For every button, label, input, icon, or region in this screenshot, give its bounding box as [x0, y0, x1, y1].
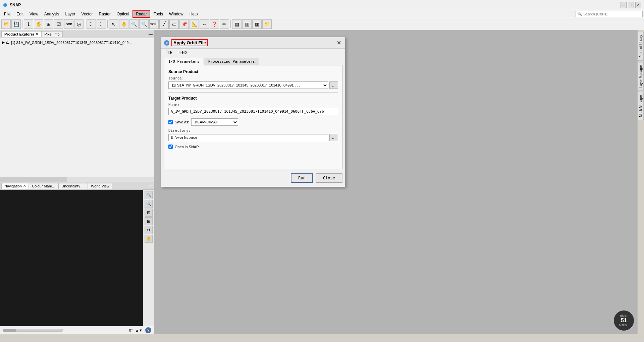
- toolbar-pin[interactable]: 📌: [179, 19, 189, 29]
- tab-product-explorer[interactable]: Product Explorer ✕: [1, 31, 41, 37]
- toolbar-hand[interactable]: ✋: [34, 19, 43, 29]
- tree-item[interactable]: ▶ 🗂 [1] S1A_IW_GRDH_1SDV_20230817T101345…: [1, 40, 153, 45]
- dialog-title-text: Apply Orbit File: [171, 39, 208, 46]
- directory-input[interactable]: [168, 134, 328, 141]
- title-bar-controls: — □ ✕: [621, 2, 641, 8]
- tab-product-explorer-close[interactable]: ✕: [36, 33, 38, 36]
- status-scrollbar[interactable]: [3, 329, 63, 332]
- toolbar-help[interactable]: ❓: [210, 19, 219, 29]
- tab-navigation-label: Navigation: [4, 184, 22, 188]
- toolbar-cursor[interactable]: ↖: [109, 19, 118, 29]
- toolbar-dots1[interactable]: ⁚⁚: [87, 19, 96, 29]
- source-combo[interactable]: [1] S1A_IW_GRDH_1SDV_20230817T101345_202…: [168, 81, 328, 89]
- zoom-actual-btn[interactable]: ⊞: [145, 217, 153, 225]
- toolbar-rect[interactable]: ▭: [169, 19, 179, 29]
- menu-window[interactable]: Window: [166, 11, 186, 17]
- angle-down[interactable]: ▼: [139, 328, 143, 332]
- bottom-tab-minimize[interactable]: —: [149, 183, 153, 188]
- toolbar-info[interactable]: ℹ: [24, 19, 33, 29]
- format-combo[interactable]: BEAM-DIMAP: [191, 118, 238, 126]
- zoom-out-btn[interactable]: 🔍: [145, 200, 153, 208]
- zoom-fit-btn[interactable]: ⊡: [145, 209, 153, 217]
- toolbar-pen[interactable]: ✏: [220, 19, 229, 29]
- toolbar-open[interactable]: 📂: [1, 19, 11, 29]
- toolbar-select[interactable]: ☑: [54, 19, 63, 29]
- run-button[interactable]: Run: [291, 173, 313, 183]
- angle-up[interactable]: ▲: [135, 328, 139, 332]
- tab-navigation[interactable]: Navigation ✕: [1, 183, 29, 189]
- section-divider-1: [168, 92, 338, 93]
- status-scroll: [3, 329, 126, 332]
- product-icon: 🗂: [6, 41, 10, 45]
- menu-optical[interactable]: Optical: [114, 11, 132, 17]
- close-button[interactable]: Close: [316, 173, 342, 183]
- tab-minimize-icon[interactable]: —: [149, 32, 153, 37]
- menu-analysis[interactable]: Analysis: [42, 11, 62, 17]
- toolbar-folder[interactable]: 📁: [262, 19, 272, 29]
- tab-navigation-close[interactable]: ✕: [23, 184, 26, 188]
- menu-vector[interactable]: Vector: [79, 11, 96, 17]
- rotate-btn[interactable]: ↺: [145, 226, 153, 234]
- toolbar-measure[interactable]: 📐: [190, 19, 199, 29]
- toolbar-grid[interactable]: ⊞: [44, 19, 53, 29]
- side-tab-mask-manager[interactable]: Mask Manager: [638, 92, 644, 120]
- toolbar-line[interactable]: ╱: [159, 19, 169, 29]
- dialog-tab-io-params[interactable]: I/O Parameters: [164, 58, 204, 65]
- angle-controls[interactable]: ▲ ▼: [135, 328, 143, 332]
- close-button[interactable]: ✕: [635, 2, 641, 8]
- pan-btn[interactable]: ✋: [145, 235, 153, 243]
- source-browse-btn[interactable]: …: [329, 81, 338, 89]
- toolbar-dots2[interactable]: ⁚⁚: [97, 19, 106, 29]
- apply-orbit-file-dialog: e Apply Orbit File ✕ File Help I/O Param…: [161, 37, 345, 187]
- toolbar-gcp1[interactable]: GCP: [64, 19, 73, 29]
- open-in-snap-checkbox[interactable]: [168, 145, 173, 149]
- target-name-input[interactable]: [168, 108, 338, 115]
- dialog-title-icon: e: [164, 40, 169, 46]
- dialog-menu-help[interactable]: Help: [177, 49, 188, 55]
- horizontal-scrollbar[interactable]: [0, 177, 154, 182]
- toolbar-arrow[interactable]: ↔: [200, 19, 209, 29]
- toolbar-zoom2[interactable]: 🔍: [139, 19, 149, 29]
- dialog-menu-file[interactable]: File: [164, 49, 173, 55]
- tab-colour-mani[interactable]: Colour Mani…: [29, 183, 58, 189]
- source-field-row: [1] S1A_IW_GRDH_1SDV_20230817T101345_202…: [168, 81, 338, 89]
- menu-radar[interactable]: Radar: [132, 10, 150, 18]
- menu-file[interactable]: File: [1, 11, 13, 17]
- search-box[interactable]: 🔍 Search (Ctrl+I): [576, 11, 643, 17]
- scroll-thumb[interactable]: [3, 329, 16, 332]
- toolbar-save[interactable]: 💾: [11, 19, 21, 29]
- menu-tools[interactable]: Tools: [151, 11, 166, 17]
- toolbar-panel2[interactable]: ▥: [242, 19, 252, 29]
- network-indicator: 0k/s↑ 51 0.3k/s↓: [614, 310, 634, 331]
- tab-uncertainty[interactable]: Uncertainty …: [58, 183, 88, 189]
- toolbar-gcp2[interactable]: GCP+: [149, 19, 159, 29]
- toolbar-circle[interactable]: ◎: [74, 19, 84, 29]
- tab-world-view[interactable]: World View: [88, 183, 112, 189]
- dialog-footer: Run Close: [161, 169, 345, 187]
- maximize-button[interactable]: □: [628, 2, 634, 8]
- title-bar: 🔷 SNAP — □ ✕: [0, 0, 644, 10]
- minimize-button[interactable]: —: [621, 2, 627, 8]
- tab-pixel-info[interactable]: Pixel Info: [41, 31, 62, 37]
- menu-edit[interactable]: Edit: [14, 11, 26, 17]
- side-tab-layer-manager[interactable]: Layer Manager: [638, 62, 644, 91]
- dialog-tab-processing-params[interactable]: Processing Parameters: [204, 58, 259, 65]
- side-tab-product-library[interactable]: Product Library: [638, 32, 644, 61]
- toolbar-panel1[interactable]: ▤: [232, 19, 241, 29]
- right-side-panel: Product Library Layer Manager Mask Manag…: [637, 30, 644, 334]
- zoom-in-btn[interactable]: 🔍: [145, 191, 153, 199]
- dialog-close-button[interactable]: ✕: [335, 40, 342, 46]
- menu-layer[interactable]: Layer: [63, 11, 78, 17]
- help-btn[interactable]: ?: [145, 327, 151, 333]
- toolbar-zoom[interactable]: 🔍: [129, 19, 139, 29]
- directory-browse-btn[interactable]: …: [329, 134, 338, 141]
- open-in-snap-label: Open in SNAP: [175, 145, 199, 149]
- menu-help[interactable]: Help: [187, 11, 201, 17]
- menu-view[interactable]: View: [27, 11, 41, 17]
- status-bar: 0° ▲ ▼ ?: [0, 326, 154, 334]
- h-scroll-thumb[interactable]: [0, 177, 67, 182]
- toolbar-pan[interactable]: 🤚: [119, 19, 128, 29]
- menu-raster[interactable]: Raster: [96, 11, 113, 17]
- save-as-checkbox[interactable]: [168, 120, 173, 124]
- toolbar-panel3[interactable]: ▦: [252, 19, 262, 29]
